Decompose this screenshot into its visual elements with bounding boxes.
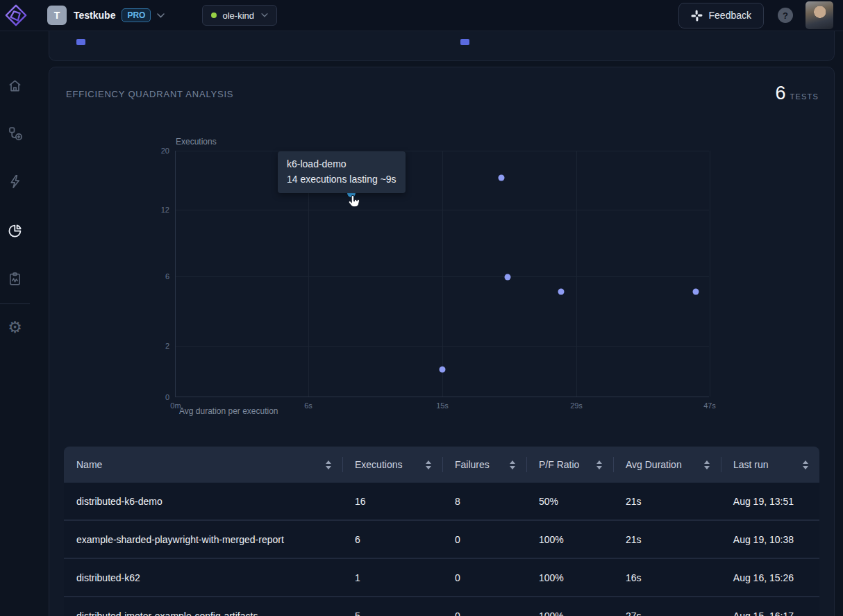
table-cell: 16s: [613, 559, 721, 596]
sidebar-item-test-reports[interactable]: [0, 269, 30, 288]
table-header: NameExecutionsFailuresP/F RatioAvg Durat…: [64, 447, 819, 483]
y-tick-label: 2: [165, 342, 169, 350]
testkube-logo-icon[interactable]: [3, 2, 29, 28]
bar-chart-stub: [76, 39, 85, 45]
sidebar-item-triggers[interactable]: [0, 172, 30, 191]
sort-icon[interactable]: [326, 460, 331, 469]
environment-name: ole-kind: [222, 10, 254, 21]
org-name: Testkube: [74, 10, 115, 21]
tests-count-number: 6: [776, 83, 786, 104]
scatter-plot: 0m6s15s29s47s2012620: [175, 151, 709, 397]
table-cell: Aug 19, 10:38: [721, 521, 819, 558]
org-avatar: T: [47, 6, 67, 25]
table-cell: 100%: [526, 559, 613, 596]
column-header-name[interactable]: Name: [64, 447, 342, 483]
tooltip-title: k6-load-demo: [287, 156, 397, 172]
table-cell: 8: [442, 483, 526, 519]
table-row[interactable]: distributed-k6210100%16sAug 16, 15:26: [64, 559, 819, 597]
table-cell: 21s: [613, 483, 721, 519]
column-header-label: Last run: [733, 459, 769, 470]
bar-chart-stub: [460, 39, 469, 45]
feedback-button[interactable]: Feedback: [678, 3, 764, 28]
column-header-last-run[interactable]: Last run: [721, 447, 819, 483]
chevron-down-icon: [157, 13, 165, 18]
gear-icon: ⚙: [8, 319, 22, 335]
user-avatar[interactable]: [806, 1, 833, 29]
table-cell: example-sharded-playwright-with-merged-r…: [64, 521, 342, 558]
testkube-dashboard: T Testkube PRO ole-kind: [0, 0, 843, 616]
scatter-point[interactable]: [499, 175, 505, 181]
gridline-vertical: [710, 151, 710, 397]
top-bar: T Testkube PRO ole-kind: [0, 0, 843, 31]
environment-select[interactable]: ole-kind: [202, 5, 277, 26]
y-tick-label: 12: [161, 206, 169, 214]
table-body: distributed-k6-demo16850%21sAug 19, 13:5…: [64, 483, 819, 616]
y-tick-label: 20: [161, 147, 169, 155]
sort-icon[interactable]: [426, 460, 431, 469]
sort-icon[interactable]: [596, 460, 602, 469]
y-tick-label: 0: [165, 393, 169, 401]
scatter-point[interactable]: [440, 367, 446, 373]
gridline-vertical: [576, 151, 577, 397]
environment-status-dot: [211, 13, 217, 18]
tooltip-body: 14 executions lasting ~9s: [287, 172, 397, 187]
x-tick-label: 47s: [703, 401, 716, 410]
scatter-point[interactable]: [505, 274, 511, 281]
x-tick-label: 15s: [436, 401, 449, 410]
sidebar-item-insights[interactable]: [0, 221, 30, 240]
column-header-label: P/F Ratio: [539, 459, 579, 470]
tests-count: 6 TESTS: [776, 83, 819, 104]
sidebar-item-home[interactable]: [0, 76, 30, 95]
scatter-point[interactable]: [558, 289, 565, 295]
table-cell: 5: [342, 597, 442, 616]
table-cell: distributed-jmeter-example-config-artifa…: [64, 597, 342, 616]
tests-table: NameExecutionsFailuresP/F RatioAvg Durat…: [64, 447, 819, 616]
chart-tooltip: k6-load-demo 14 executions lasting ~9s: [278, 151, 406, 193]
column-header-avg-duration[interactable]: Avg Duration: [613, 447, 721, 483]
lightning-icon: [7, 174, 23, 190]
help-button[interactable]: ?: [778, 8, 793, 23]
y-axis-title: Executions: [176, 137, 217, 147]
table-row[interactable]: distributed-k6-demo16850%21sAug 19, 13:5…: [64, 483, 819, 521]
sidebar-item-test-workflows[interactable]: [0, 124, 30, 143]
sort-icon[interactable]: [510, 460, 515, 469]
tests-count-unit: TESTS: [790, 92, 819, 101]
x-tick-label: 6s: [304, 401, 312, 410]
scatter-point[interactable]: [693, 289, 699, 295]
table-cell: 0: [442, 521, 526, 558]
table-cell: 100%: [526, 597, 613, 616]
x-tick-label: 29s: [570, 401, 583, 410]
table-cell: 16: [342, 483, 442, 519]
sidebar-item-settings[interactable]: ⚙: [0, 317, 30, 337]
gridline-horizontal: [176, 151, 709, 151]
table-cell: 27s: [613, 597, 721, 616]
table-cell: 6: [342, 521, 442, 558]
column-header-label: Avg Duration: [626, 459, 682, 470]
table-cell: 0: [442, 559, 526, 596]
table-cell: 1: [342, 559, 442, 596]
org-switcher[interactable]: T Testkube PRO: [47, 6, 165, 25]
column-header-label: Executions: [355, 459, 402, 470]
scrolled-panel-bottom: [49, 31, 835, 61]
table-cell: 50%: [526, 483, 613, 519]
table-row[interactable]: distributed-jmeter-example-config-artifa…: [64, 597, 819, 616]
column-header-failures[interactable]: Failures: [442, 447, 526, 483]
gridline-vertical: [442, 151, 443, 397]
table-cell: 0: [442, 597, 526, 616]
sidebar-divider: [0, 303, 30, 304]
efficiency-quadrant-panel: EFFICIENCY QUADRANT ANALYSIS 6 TESTS Exe…: [49, 67, 835, 616]
column-header-label: Name: [76, 459, 102, 470]
table-cell: Aug 15, 16:17: [721, 597, 819, 616]
y-tick-label: 6: [165, 272, 169, 281]
sort-icon[interactable]: [704, 460, 710, 469]
chevron-down-icon: [261, 13, 268, 17]
column-header-executions[interactable]: Executions: [342, 447, 442, 483]
table-cell: 100%: [526, 521, 613, 558]
workflow-add-icon: [7, 125, 24, 142]
table-row[interactable]: example-sharded-playwright-with-merged-r…: [64, 521, 819, 559]
sort-icon[interactable]: [803, 460, 808, 469]
gridline-horizontal: [176, 210, 709, 210]
column-header-p-f-ratio[interactable]: P/F Ratio: [526, 447, 613, 483]
sidebar: ⚙: [0, 31, 30, 616]
table-cell: Aug 19, 13:51: [721, 483, 819, 519]
